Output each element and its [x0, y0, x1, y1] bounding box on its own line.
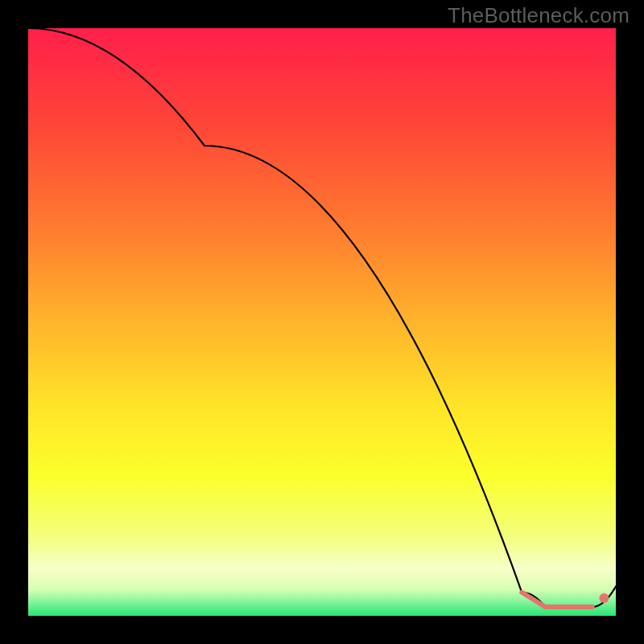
watermark-label: TheBottleneck.com	[448, 3, 630, 28]
end-dot-icon	[599, 593, 609, 603]
chart-frame: TheBottleneck.com	[0, 0, 644, 644]
gradient-background	[28, 28, 616, 616]
chart-svg	[28, 28, 616, 616]
chart-plot	[28, 28, 616, 616]
